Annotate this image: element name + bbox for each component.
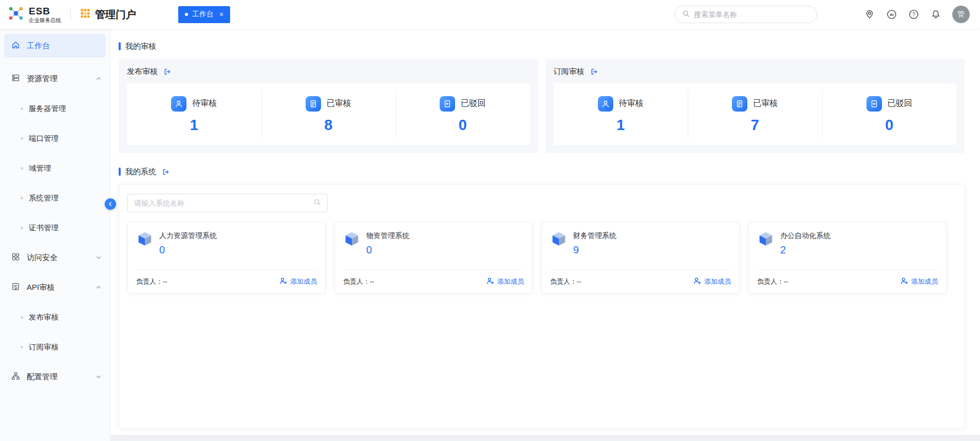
sidebar-item-subscribe-audit[interactable]: 订阅审核 (0, 332, 110, 362)
app-logo: ESB 企业服务总线 (7, 5, 61, 24)
system-cube-icon (550, 230, 568, 270)
stat-rejected[interactable]: 已驳回 0 (395, 83, 530, 145)
system-card-office-automation[interactable]: 办公自动化系统 2 负责人：-- (748, 222, 947, 293)
system-name: 办公自动化系统 (780, 231, 831, 241)
add-member-button[interactable]: 添加成员 (279, 277, 317, 286)
sidebar-item-resources[interactable]: 资源管理 (0, 64, 110, 94)
stat-value: 0 (459, 118, 467, 133)
system-card-hr[interactable]: 人力资源管理系统 0 负责人：-- (127, 222, 326, 293)
notification-bell-icon[interactable] (931, 9, 941, 20)
add-member-icon (486, 277, 494, 286)
search-icon (313, 198, 321, 208)
stat-pending[interactable]: 待审核 1 (554, 83, 688, 145)
api-audit-icon (11, 282, 20, 292)
sidebar-item-access-security[interactable]: 访问安全 (0, 243, 110, 272)
pending-person-icon (598, 96, 613, 112)
add-member-button[interactable]: 添加成员 (900, 277, 938, 286)
stat-rejected[interactable]: 已驳回 0 (822, 83, 957, 145)
content-panel: 我的审核 发布审核 (110, 29, 980, 435)
export-icon[interactable] (590, 68, 598, 76)
sidebar-item-publish-audit[interactable]: 发布审核 (0, 302, 110, 332)
chevron-left-icon (107, 201, 114, 207)
location-icon[interactable] (864, 9, 875, 20)
sidebar-subitem-label: 域管理 (29, 163, 51, 173)
section-accent-bar (119, 42, 121, 50)
sidebar-item-workbench[interactable]: 工作台 (4, 34, 106, 58)
subscribe-audit-header: 订阅审核 (554, 66, 957, 77)
add-member-label: 添加成员 (911, 277, 938, 286)
stat-pending[interactable]: 待审核 1 (127, 83, 261, 145)
sidebar-subitem-label: 服务器管理 (29, 104, 66, 114)
export-icon[interactable] (163, 68, 171, 76)
tab-close-icon[interactable]: × (219, 10, 223, 19)
stat-label: 已驳回 (461, 98, 485, 109)
help-icon[interactable]: ? (909, 9, 919, 20)
chevron-up-icon (96, 284, 102, 290)
menu-search-input[interactable] (694, 10, 809, 19)
system-card-material[interactable]: 物资管理系统 0 负责人：-- (334, 222, 533, 293)
sidebar-subitem-label: 系统管理 (29, 193, 59, 203)
portal-grid-icon (80, 8, 90, 21)
sidebar-item-api-audit[interactable]: API审核 (0, 272, 110, 302)
ai-assistant-icon[interactable]: AI (887, 9, 897, 20)
search-icon (682, 10, 690, 20)
sidebar-item-system-mgmt[interactable]: 系统管理 (0, 183, 110, 213)
menu-search-box[interactable] (674, 6, 817, 23)
add-member-icon (693, 277, 701, 286)
stat-audited[interactable]: 已审核 8 (261, 83, 396, 145)
sidebar-item-label: 资源管理 (27, 74, 58, 84)
system-search-input[interactable] (134, 199, 313, 207)
system-search-box[interactable] (127, 194, 328, 212)
add-member-button[interactable]: 添加成员 (486, 277, 524, 286)
system-card-finance[interactable]: 财务管理系统 9 负责人：-- (541, 222, 740, 293)
sidebar-subitem-label: 订阅审核 (29, 342, 59, 352)
esb-logo-icon (7, 5, 25, 24)
sidebar-item-config-mgmt[interactable]: 配置管理 (0, 362, 110, 392)
stat-value: 0 (885, 118, 893, 133)
sidebar-collapse-button[interactable] (105, 198, 116, 210)
owner-label: 负责人：-- (136, 277, 167, 286)
stat-audited[interactable]: 已审核 7 (688, 83, 822, 145)
subscribe-audit-panel: 订阅审核 (545, 59, 965, 153)
stat-label: 已审核 (327, 98, 351, 109)
audit-panels-row: 发布审核 (119, 59, 965, 153)
sidebar-item-cert-mgmt[interactable]: 证书管理 (0, 213, 110, 243)
chevron-up-icon (96, 76, 102, 82)
system-count: 2 (780, 244, 831, 256)
portal-title: 管理门户 (95, 8, 136, 22)
audit-section-title: 我的审核 (125, 42, 156, 51)
add-member-label: 添加成员 (290, 277, 317, 286)
stat-value: 1 (616, 118, 625, 133)
audited-doc-icon (306, 96, 321, 112)
tab-workbench[interactable]: 工作台 × (178, 6, 230, 23)
sidebar-item-domain-mgmt[interactable]: 域管理 (0, 153, 110, 183)
subscribe-audit-title: 订阅审核 (554, 67, 585, 77)
section-accent-bar (119, 168, 121, 176)
systems-card: 人力资源管理系统 0 负责人：-- (119, 184, 965, 429)
main-area: 我的审核 发布审核 (110, 29, 980, 441)
header-divider (70, 8, 71, 21)
stat-value: 7 (751, 118, 759, 133)
subscribe-audit-stats: 待审核 1 已审核 (554, 83, 957, 145)
svg-text:?: ? (912, 12, 915, 17)
export-icon[interactable] (162, 168, 169, 176)
systems-section-title: 我的系统 (125, 167, 156, 177)
system-count: 0 (159, 244, 217, 256)
stat-value: 1 (190, 118, 198, 133)
system-cube-icon (343, 230, 361, 270)
add-member-icon (900, 277, 908, 286)
systems-section-header: 我的系统 (119, 167, 965, 177)
sidebar-item-server-mgmt[interactable]: 服务器管理 (0, 94, 110, 123)
logo-title: ESB (29, 6, 61, 16)
rejected-return-icon (440, 96, 455, 112)
rejected-return-icon (866, 96, 882, 112)
sidebar-item-port-mgmt[interactable]: 端口管理 (0, 123, 110, 153)
bullet-dot-icon (21, 167, 23, 170)
add-member-button[interactable]: 添加成员 (693, 277, 731, 286)
bullet-dot-icon (21, 107, 23, 110)
avatar-text: 管 (957, 10, 965, 19)
app-body: 工作台 资源管理 服务器管理 端口管理 域管理 (0, 29, 980, 441)
add-member-icon (279, 277, 287, 286)
user-avatar[interactable]: 管 (952, 6, 970, 23)
sidebar-item-label: 工作台 (27, 41, 50, 51)
